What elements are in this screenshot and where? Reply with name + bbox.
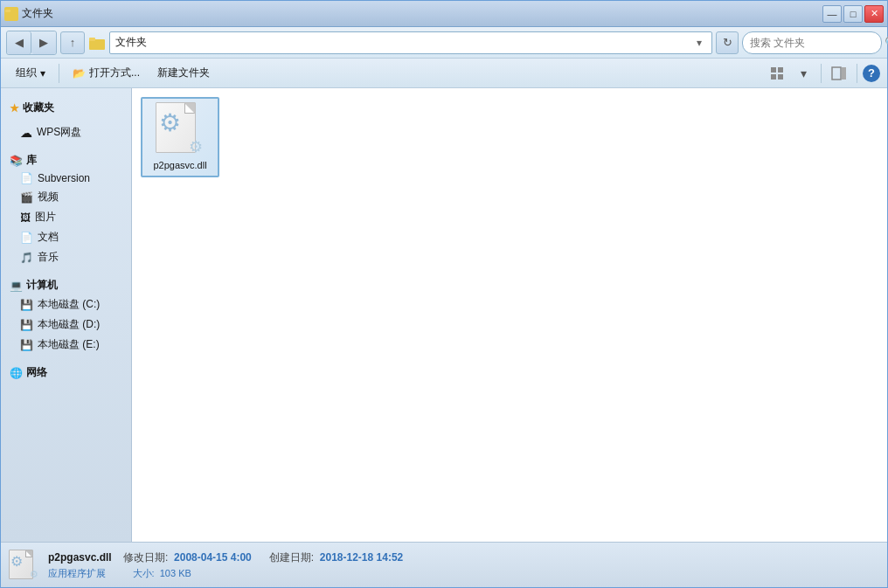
svg-rect-0 xyxy=(5,11,17,19)
network-icon: 🌐 xyxy=(10,367,23,379)
wps-label: WPS网盘 xyxy=(37,125,81,140)
help-button[interactable]: ? xyxy=(863,65,880,82)
sidebar-item-music[interactable]: 🎵 音乐 xyxy=(1,247,131,267)
disk-d-label: 本地磁盘 (D:) xyxy=(38,317,100,332)
folder-title-icon xyxy=(4,7,18,21)
video-label: 视频 xyxy=(38,190,59,204)
address-bar: ◀ ▶ ↑ ▾ ↻ 🔍 xyxy=(1,27,887,59)
favorites-label: 收藏夹 xyxy=(23,100,54,115)
toolbar: 组织 ▾ 📂 打开方式... 新建文件夹 ▾ xyxy=(1,59,887,88)
window: 文件夹 — □ ✕ ◀ ▶ ↑ ▾ ↻ 🔍 xyxy=(0,0,888,588)
forward-button[interactable]: ▶ xyxy=(31,31,56,54)
images-label: 图片 xyxy=(35,210,56,225)
address-folder-icon xyxy=(88,34,106,52)
subversion-icon: 📄 xyxy=(20,172,33,184)
disk-c-icon: 💾 xyxy=(20,299,33,311)
back-button[interactable]: ◀ xyxy=(7,31,31,54)
network-label: 网络 xyxy=(26,365,47,380)
minimize-button[interactable]: — xyxy=(822,5,842,23)
disk-d-icon: 💾 xyxy=(20,319,33,331)
refresh-button[interactable]: ↻ xyxy=(716,31,739,54)
svg-rect-6 xyxy=(771,74,776,80)
computer-label: 计算机 xyxy=(26,278,58,293)
file-item[interactable]: ⚙ ⚙ p2pgasvc.dll xyxy=(141,97,219,177)
close-button[interactable]: ✕ xyxy=(864,5,884,23)
search-icon: 🔍 xyxy=(885,36,888,49)
disk-c-label: 本地磁盘 (C:) xyxy=(38,297,100,312)
sidebar-section-library[interactable]: 📚 库 xyxy=(1,148,131,169)
disk-e-label: 本地磁盘 (E:) xyxy=(38,337,100,352)
view-options-button[interactable] xyxy=(765,62,789,85)
svg-rect-5 xyxy=(778,67,783,73)
status-modify-prefix: 修改日期: xyxy=(123,551,168,564)
up-button[interactable]: ↑ xyxy=(60,31,85,54)
sidebar-item-video[interactable]: 🎬 视频 xyxy=(1,187,131,207)
sidebar-item-disk-e[interactable]: 💾 本地磁盘 (E:) xyxy=(1,335,131,355)
svg-rect-4 xyxy=(771,67,776,73)
svg-rect-1 xyxy=(5,10,10,12)
status-size-prefix: 大小: xyxy=(133,568,155,578)
music-label: 音乐 xyxy=(38,250,59,265)
open-with-label: 打开方式... xyxy=(89,66,140,80)
sidebar: ★ 收藏夹 ☁ WPS网盘 📚 库 📄 Subversion 🎬 视频 xyxy=(1,88,132,542)
documents-label: 文档 xyxy=(38,230,59,245)
subversion-label: Subversion xyxy=(38,172,90,184)
sidebar-item-images[interactable]: 🖼 图片 xyxy=(1,207,131,227)
images-icon: 🖼 xyxy=(20,211,31,224)
svg-rect-7 xyxy=(778,74,783,80)
toolbar-separator-3 xyxy=(857,64,857,83)
gear-big-icon: ⚙ xyxy=(159,111,181,135)
sidebar-section-network[interactable]: 🌐 网络 xyxy=(1,360,131,382)
sidebar-section-computer[interactable]: 💻 计算机 xyxy=(1,273,131,294)
status-type-label: 应用程序扩展 xyxy=(48,568,106,578)
toolbar-separator-2 xyxy=(821,64,822,83)
disk-e-icon: 💾 xyxy=(20,339,33,351)
documents-icon: 📄 xyxy=(20,232,33,244)
sidebar-item-wps[interactable]: ☁ WPS网盘 xyxy=(1,122,131,142)
organize-button[interactable]: 组织 ▾ xyxy=(8,62,53,85)
video-icon: 🎬 xyxy=(20,191,33,204)
file-label: p2pgasvc.dll xyxy=(153,160,206,170)
organize-label: 组织 xyxy=(16,66,37,80)
preview-pane-button[interactable] xyxy=(827,62,851,85)
status-details: 应用程序扩展 大小: 103 KB xyxy=(48,567,880,580)
status-bar: ⚙ ⚙ p2pgasvc.dll 修改日期: 2008-04-15 4:00 创… xyxy=(1,542,887,587)
sidebar-item-subversion[interactable]: 📄 Subversion xyxy=(1,169,131,187)
view-dropdown-arrow[interactable]: ▾ xyxy=(791,62,815,85)
sidebar-item-documents[interactable]: 📄 文档 xyxy=(1,227,131,247)
content-pane: ⚙ ⚙ p2pgasvc.dll xyxy=(132,88,887,542)
address-input-wrap[interactable]: ▾ xyxy=(109,31,712,54)
library-label: 库 xyxy=(26,153,37,168)
address-dropdown[interactable]: ▾ xyxy=(692,32,706,53)
window-controls: — □ ✕ xyxy=(822,5,884,23)
wps-icon: ☁ xyxy=(20,126,32,140)
sidebar-item-disk-c[interactable]: 💾 本地磁盘 (C:) xyxy=(1,294,131,315)
sidebar-section-favorites[interactable]: ★ 收藏夹 xyxy=(1,95,131,117)
status-create-date: 2018-12-18 14:52 xyxy=(320,551,403,564)
status-modify-date: 2008-04-15 4:00 xyxy=(174,551,252,564)
search-input[interactable] xyxy=(750,37,881,49)
status-text: p2pgasvc.dll 修改日期: 2008-04-15 4:00 创建日期:… xyxy=(48,550,880,580)
star-icon: ★ xyxy=(10,102,19,114)
title-bar-left: 文件夹 xyxy=(4,6,53,21)
gear-small-icon: ⚙ xyxy=(189,139,203,155)
library-icon: 📚 xyxy=(10,155,23,167)
main-area: ★ 收藏夹 ☁ WPS网盘 📚 库 📄 Subversion 🎬 视频 xyxy=(1,88,887,542)
nav-button-group: ◀ ▶ xyxy=(6,31,57,55)
svg-rect-3 xyxy=(89,38,95,41)
sidebar-item-disk-d[interactable]: 💾 本地磁盘 (D:) xyxy=(1,315,131,335)
status-file-icon: ⚙ ⚙ xyxy=(8,550,39,581)
open-with-icon: 📂 xyxy=(73,67,86,80)
new-folder-button[interactable]: 新建文件夹 xyxy=(149,62,218,85)
svg-rect-9 xyxy=(842,67,846,80)
address-input[interactable] xyxy=(115,37,692,49)
file-icon-img: ⚙ ⚙ xyxy=(154,104,206,156)
organize-dropdown-arrow: ▾ xyxy=(40,67,45,80)
status-filename: p2pgasvc.dll 修改日期: 2008-04-15 4:00 创建日期:… xyxy=(48,550,880,565)
computer-icon: 💻 xyxy=(10,280,23,292)
status-create-prefix: 创建日期: xyxy=(269,551,314,564)
toolbar-separator-1 xyxy=(59,64,59,83)
maximize-button[interactable]: □ xyxy=(843,5,863,23)
open-with-button[interactable]: 📂 打开方式... xyxy=(65,62,148,85)
search-box[interactable]: 🔍 xyxy=(742,31,882,54)
